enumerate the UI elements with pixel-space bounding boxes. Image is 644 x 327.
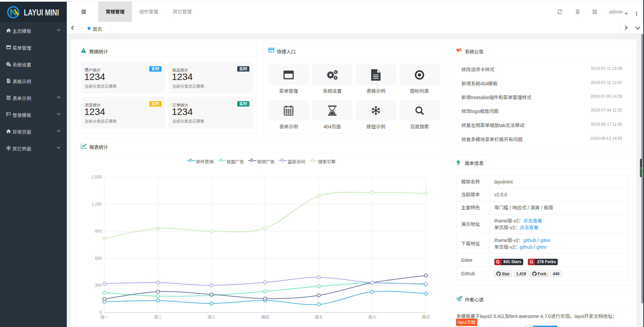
svg-text:周一: 周一 bbox=[100, 315, 108, 320]
svg-text:周三: 周三 bbox=[207, 315, 215, 320]
svg-text:900: 900 bbox=[95, 229, 102, 234]
svg-text:周二: 周二 bbox=[154, 315, 162, 320]
svg-text:周日: 周日 bbox=[422, 315, 430, 320]
svg-text:0: 0 bbox=[99, 310, 102, 315]
svg-text:1,200: 1,200 bbox=[92, 202, 102, 207]
svg-text:周四: 周四 bbox=[261, 315, 269, 320]
svg-text:周六: 周六 bbox=[368, 315, 376, 320]
svg-text:600: 600 bbox=[95, 256, 102, 261]
svg-text:1,500: 1,500 bbox=[92, 175, 102, 179]
svg-text:周五: 周五 bbox=[315, 315, 323, 320]
svg-text:300: 300 bbox=[95, 283, 102, 288]
